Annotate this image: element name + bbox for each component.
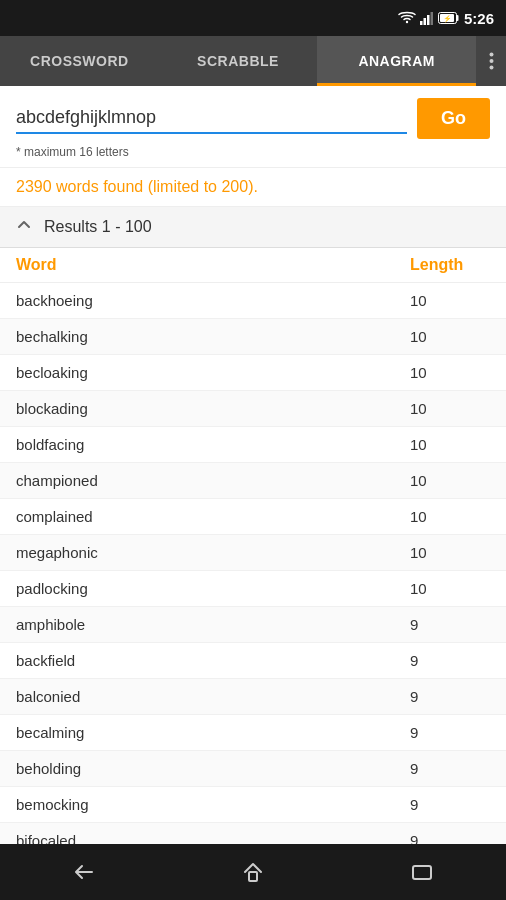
word-cell: blockading [16, 400, 410, 417]
home-icon [241, 860, 265, 884]
svg-point-10 [489, 66, 493, 70]
svg-rect-2 [423, 18, 426, 25]
length-cell: 9 [410, 688, 490, 705]
word-row: becloaking10 [0, 355, 506, 391]
length-cell: 9 [410, 652, 490, 669]
svg-rect-12 [413, 866, 431, 879]
search-area: Go * maximum 16 letters [0, 86, 506, 168]
svg-rect-4 [430, 12, 433, 25]
tab-crossword[interactable]: CROSSWORD [0, 36, 159, 86]
svg-point-8 [489, 53, 493, 57]
word-cell: amphibole [16, 616, 410, 633]
word-cell: balconied [16, 688, 410, 705]
word-cell: becalming [16, 724, 410, 741]
word-row: megaphonic10 [0, 535, 506, 571]
svg-rect-11 [249, 872, 257, 881]
word-row: boldfacing10 [0, 427, 506, 463]
word-row: beholding9 [0, 751, 506, 787]
status-time: 5:26 [464, 10, 494, 27]
word-cell: bifocaled [16, 832, 410, 844]
word-row: balconied9 [0, 679, 506, 715]
length-cell: 9 [410, 724, 490, 741]
length-cell: 9 [410, 760, 490, 777]
word-cell: beholding [16, 760, 410, 777]
word-cell: backfield [16, 652, 410, 669]
word-cell: megaphonic [16, 544, 410, 561]
status-icons: ⚡ 5:26 [398, 10, 494, 27]
word-row: backhoeing10 [0, 283, 506, 319]
app-container: CROSSWORD SCRABBLE ANAGRAM Go * maximum … [0, 36, 506, 844]
bottom-nav [0, 844, 506, 900]
length-cell: 10 [410, 292, 490, 309]
word-row: bifocaled9 [0, 823, 506, 844]
search-hint: * maximum 16 letters [16, 145, 490, 159]
length-cell: 10 [410, 436, 490, 453]
chevron-up-icon [16, 217, 32, 233]
search-row: Go [16, 98, 490, 139]
column-word-header: Word [16, 256, 410, 274]
word-cell: complained [16, 508, 410, 525]
length-cell: 10 [410, 508, 490, 525]
word-cell: championed [16, 472, 410, 489]
svg-rect-1 [420, 21, 423, 25]
length-cell: 10 [410, 400, 490, 417]
word-cell: padlocking [16, 580, 410, 597]
menu-dots-icon [489, 52, 494, 70]
go-button[interactable]: Go [417, 98, 490, 139]
svg-rect-3 [427, 15, 430, 25]
status-bar: ⚡ 5:26 [0, 0, 506, 36]
results-range-text: Results 1 - 100 [44, 218, 152, 236]
word-row: bemocking9 [0, 787, 506, 823]
length-cell: 10 [410, 580, 490, 597]
word-list-header: Word Length [0, 248, 506, 283]
length-cell: 10 [410, 328, 490, 345]
word-cell: bechalking [16, 328, 410, 345]
word-row: amphibole9 [0, 607, 506, 643]
results-found: 2390 words found (limited to 200). [0, 168, 506, 207]
length-cell: 9 [410, 796, 490, 813]
results-range-bar: Results 1 - 100 [0, 207, 506, 248]
search-input[interactable] [16, 103, 407, 134]
recents-button[interactable] [392, 852, 452, 892]
back-icon [72, 860, 96, 884]
tab-scrabble[interactable]: SCRABBLE [159, 36, 318, 86]
tab-menu-button[interactable] [476, 36, 506, 86]
word-row: backfield9 [0, 643, 506, 679]
word-row: padlocking10 [0, 571, 506, 607]
tab-anagram[interactable]: ANAGRAM [317, 36, 476, 86]
wifi-icon [398, 11, 416, 25]
tab-bar: CROSSWORD SCRABBLE ANAGRAM [0, 36, 506, 86]
word-cell: bemocking [16, 796, 410, 813]
word-row: bechalking10 [0, 319, 506, 355]
length-cell: 10 [410, 364, 490, 381]
word-cell: becloaking [16, 364, 410, 381]
home-button[interactable] [223, 852, 283, 892]
length-cell: 9 [410, 832, 490, 844]
svg-point-0 [406, 21, 408, 23]
recents-icon [410, 860, 434, 884]
word-cell: backhoeing [16, 292, 410, 309]
length-cell: 10 [410, 544, 490, 561]
back-button[interactable] [54, 852, 114, 892]
collapse-results-button[interactable] [16, 217, 32, 237]
word-cell: boldfacing [16, 436, 410, 453]
length-cell: 10 [410, 472, 490, 489]
word-row: championed10 [0, 463, 506, 499]
word-list: Word Length backhoeing10bechalking10becl… [0, 248, 506, 844]
word-row: blockading10 [0, 391, 506, 427]
word-row: complained10 [0, 499, 506, 535]
column-length-header: Length [410, 256, 490, 274]
battery-icon: ⚡ [438, 12, 460, 24]
svg-text:⚡: ⚡ [443, 14, 452, 23]
word-rows-container: backhoeing10bechalking10becloaking10bloc… [0, 283, 506, 844]
signal-icon [420, 11, 434, 25]
length-cell: 9 [410, 616, 490, 633]
svg-point-9 [489, 59, 493, 63]
word-row: becalming9 [0, 715, 506, 751]
